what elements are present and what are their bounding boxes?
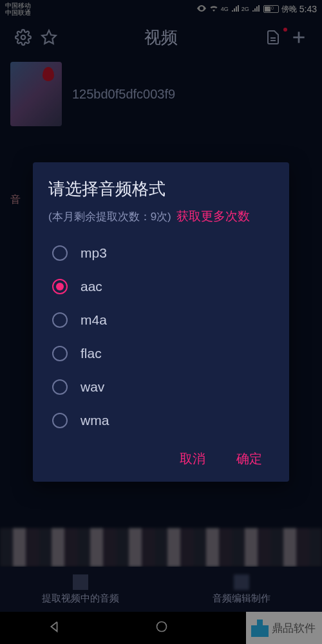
radio-icon bbox=[52, 413, 68, 428]
format-options: mp3 aac m4a flac wav wma bbox=[48, 236, 274, 446]
option-label: m4a bbox=[80, 312, 107, 328]
format-dialog: 请选择音频格式 (本月剩余提取次数：9次) 获取更多次数 mp3 aac m4a… bbox=[33, 162, 289, 482]
option-label: wma bbox=[80, 413, 109, 428]
radio-icon bbox=[52, 279, 68, 294]
radio-icon bbox=[52, 379, 68, 395]
option-label: aac bbox=[80, 279, 102, 294]
radio-icon bbox=[52, 245, 68, 261]
dialog-title: 请选择音频格式 bbox=[48, 178, 274, 200]
modal-backdrop[interactable]: 请选择音频格式 (本月剩余提取次数：9次) 获取更多次数 mp3 aac m4a… bbox=[0, 0, 322, 644]
option-aac[interactable]: aac bbox=[52, 279, 274, 294]
get-more-link[interactable]: 获取更多次数 bbox=[176, 208, 250, 225]
option-wma[interactable]: wma bbox=[52, 413, 274, 428]
remaining-count: (本月剩余提取次数：9次) bbox=[48, 209, 171, 224]
radio-icon bbox=[52, 312, 68, 328]
cancel-button[interactable]: 取消 bbox=[180, 450, 205, 468]
confirm-button[interactable]: 确定 bbox=[236, 450, 262, 468]
option-wav[interactable]: wav bbox=[52, 379, 274, 395]
option-m4a[interactable]: m4a bbox=[52, 312, 274, 328]
option-label: wav bbox=[80, 379, 104, 395]
option-label: mp3 bbox=[80, 245, 107, 261]
option-mp3[interactable]: mp3 bbox=[52, 245, 274, 261]
option-label: flac bbox=[80, 346, 102, 361]
option-flac[interactable]: flac bbox=[52, 346, 274, 361]
radio-icon bbox=[52, 346, 68, 361]
